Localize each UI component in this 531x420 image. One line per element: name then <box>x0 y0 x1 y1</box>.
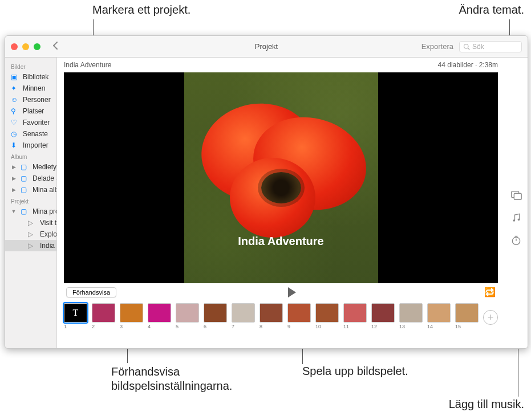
thumbnail-index: 4 <box>148 324 151 329</box>
thumbnail-index: 11 <box>343 324 349 329</box>
thumbnail[interactable] <box>315 303 339 323</box>
thumbnail[interactable] <box>260 303 283 323</box>
callout-preview-settings: Förhandsvisa bildspelsinställningarna. <box>111 365 254 393</box>
thumbnail[interactable] <box>287 303 311 323</box>
theme-button[interactable] <box>510 189 522 201</box>
thumbnail[interactable] <box>427 303 451 323</box>
thumbnail-index: 13 <box>399 324 405 329</box>
thumbnail-index: 5 <box>176 324 179 329</box>
search-input[interactable]: Sök <box>459 41 522 52</box>
sidebar-item-label: Platser <box>23 107 44 115</box>
svg-point-0 <box>464 44 469 48</box>
export-button[interactable]: Exportera <box>421 42 453 51</box>
sidebar-item-label: Visit to Lisbon <box>40 219 56 227</box>
sidebar-project-morocco[interactable]: ▷ Exploring Mor… <box>5 229 56 240</box>
search-placeholder: Sök <box>472 43 484 51</box>
sidebar-item-places[interactable]: ⚲ Platser <box>5 105 56 117</box>
chevron-down-icon: ▼ <box>11 209 17 214</box>
sidebar-item-label: Mina projekt <box>33 207 56 215</box>
side-tools <box>505 58 528 348</box>
memories-icon: ✦ <box>11 84 19 92</box>
add-slide-button[interactable]: + <box>483 310 498 325</box>
sidebar-item-mediatypes[interactable]: ▶ ▢ Medietyper <box>5 161 56 173</box>
callout-select-project: Markera ett projekt. <box>92 3 190 17</box>
slideshow-icon: ▷ <box>28 230 36 238</box>
callout-change-theme: Ändra temat. <box>459 3 524 17</box>
duration-button[interactable] <box>510 234 522 247</box>
pin-icon: ⚲ <box>11 107 19 115</box>
thumbnail[interactable] <box>371 303 395 323</box>
sidebar-item-imports[interactable]: ⬇ Importer <box>5 140 56 151</box>
thumbnail-index: 2 <box>92 324 95 329</box>
folder-icon: ▢ <box>21 186 29 194</box>
thumbnail-index: 12 <box>371 324 377 329</box>
zoom-icon[interactable] <box>34 43 40 50</box>
sidebar-section-project: Projekt <box>5 195 56 206</box>
sidebar-item-shared-albums[interactable]: ▶ ▢ Delade album <box>5 173 56 184</box>
preview-button[interactable]: Förhandsvisa <box>66 287 116 297</box>
title-slide-glyph: T <box>64 304 87 322</box>
sidebar-item-memories[interactable]: ✦ Minnen <box>5 83 56 94</box>
slideshow-icon: ▷ <box>28 219 36 227</box>
minimize-icon[interactable] <box>22 43 29 50</box>
play-button[interactable] <box>288 287 296 297</box>
sidebar-section-album: Album <box>5 151 56 161</box>
thumbnail[interactable] <box>204 303 227 323</box>
thumbnail[interactable] <box>399 303 423 323</box>
chevron-right-icon: ▶ <box>11 187 17 193</box>
sidebar-item-label: Exploring Mor… <box>40 230 56 238</box>
download-icon: ⬇ <box>11 141 19 149</box>
thumbnail[interactable] <box>92 303 115 323</box>
slide-image: India Adventure <box>184 72 378 283</box>
sidebar-item-label: Bibliotek <box>23 73 48 81</box>
folder-icon: ▢ <box>21 174 29 182</box>
sidebar: Bilder ▣ Bibliotek ✦ Minnen ☺ Personer ⚲… <box>5 58 57 348</box>
close-icon[interactable] <box>11 43 18 50</box>
sidebar-project-india[interactable]: ▷ India Adventure <box>5 240 56 251</box>
thumbnail[interactable] <box>232 303 255 323</box>
chevron-right-icon: ▶ <box>11 164 17 170</box>
callout-add-music: Lägg till musik. <box>449 398 524 411</box>
thumbnail-index: 3 <box>120 324 123 329</box>
thumbnail[interactable] <box>120 303 143 323</box>
thumbnail-index: 15 <box>455 324 461 329</box>
thumbnail-index: 8 <box>260 324 262 329</box>
svg-point-5 <box>518 219 520 221</box>
sidebar-item-my-projects[interactable]: ▼ ▢ Mina projekt <box>5 206 56 217</box>
search-icon <box>463 43 470 50</box>
window-controls <box>11 43 40 50</box>
app-window: Projekt Exportera Sök Bilder ▣ Bibliotek… <box>5 35 528 349</box>
sidebar-item-favorites[interactable]: ♡ Favoriter <box>5 117 56 128</box>
folder-icon: ▢ <box>21 163 29 171</box>
svg-line-1 <box>468 48 469 50</box>
back-button[interactable] <box>52 40 59 52</box>
svg-point-4 <box>513 219 515 222</box>
thumbnail[interactable]: T <box>64 303 87 323</box>
thumbnail[interactable] <box>343 303 367 323</box>
main-area: India Adventure 44 diabilder · 2:38m Ind… <box>57 58 528 348</box>
sidebar-item-label: Delade album <box>33 174 56 182</box>
sidebar-item-label: Mina album <box>33 186 56 194</box>
thumbnail[interactable] <box>455 303 479 323</box>
thumbnail[interactable] <box>176 303 199 323</box>
thumbnail-index: 1 <box>64 324 67 329</box>
thumbnail-index: 10 <box>315 324 321 329</box>
project-meta: 44 diabilder · 2:38m <box>438 61 498 69</box>
callout-play-slideshow: Spela upp bildspelet. <box>302 365 408 378</box>
music-button[interactable] <box>510 211 522 224</box>
sidebar-item-label: Importer <box>23 141 48 149</box>
sidebar-project-lisbon[interactable]: ▷ Visit to Lisbon <box>5 217 56 229</box>
sidebar-item-library[interactable]: ▣ Bibliotek <box>5 71 56 83</box>
thumbnail[interactable] <box>148 303 171 323</box>
sidebar-item-label: Favoriter <box>23 119 50 127</box>
loop-button[interactable]: 🔁 <box>484 287 496 297</box>
thumbnail-index: 14 <box>427 324 433 329</box>
sidebar-item-people[interactable]: ☺ Personer <box>5 94 56 105</box>
thumbnail-index: 9 <box>287 324 290 329</box>
sidebar-item-label: Minnen <box>23 84 45 92</box>
sidebar-item-recent[interactable]: ◷ Senaste <box>5 128 56 140</box>
thumbnail-index: 7 <box>232 324 234 329</box>
sidebar-item-label: Medietyper <box>33 163 56 171</box>
slide-title-overlay: India Adventure <box>184 235 378 248</box>
sidebar-item-my-albums[interactable]: ▶ ▢ Mina album <box>5 184 56 195</box>
